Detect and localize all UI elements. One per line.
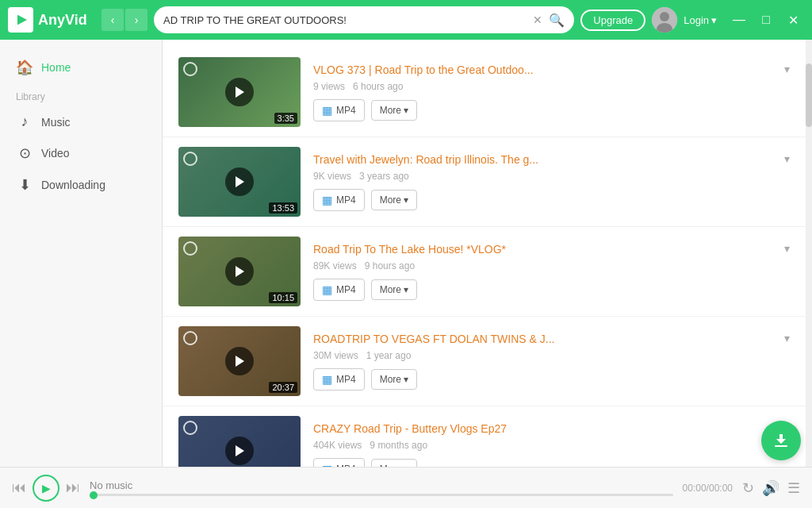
video-title: VLOG 373 | Road Trip to the Great Outdoo… — [313, 63, 778, 77]
sidebar-item-downloading[interactable]: ⬇ Downloading — [0, 169, 162, 201]
sidebar: 🏠 Home Library ♪ Music ⊙ Video ⬇ Downloa… — [0, 40, 163, 467]
mp4-icon: ▦ — [322, 373, 332, 386]
play-overlay-button[interactable] — [225, 437, 254, 465]
play-overlay-button[interactable] — [225, 78, 254, 106]
sidebar-item-music[interactable]: ♪ Music — [0, 106, 162, 137]
more-button[interactable]: More ▾ — [371, 190, 417, 210]
scrollbar-thumb[interactable] — [806, 64, 812, 127]
expand-button[interactable]: ▾ — [784, 152, 790, 165]
forward-button[interactable]: › — [125, 9, 147, 31]
expand-button[interactable]: ▾ — [784, 63, 790, 75]
player-right-controls: ↻ 🔊 ☰ — [742, 479, 800, 497]
video-title: Road Trip To The Lake House! *VLOG* — [313, 242, 778, 256]
video-info: Road Trip To The Lake House! *VLOG* ▾ 89… — [313, 242, 790, 301]
video-item: ... CRAZY Road Trip - Buttery Vlogs Ep27… — [163, 406, 806, 467]
svg-point-3 — [660, 12, 669, 21]
select-circle[interactable] — [183, 152, 197, 166]
video-info: Travel with Jewelyn: Road trip Illinois.… — [313, 152, 790, 211]
mp4-button[interactable]: ▦ MP4 — [313, 458, 365, 467]
video-actions: ▦ MP4 More ▾ — [313, 279, 790, 301]
mp4-button[interactable]: ▦ MP4 — [313, 189, 365, 211]
more-button[interactable]: More ▾ — [371, 279, 417, 300]
video-thumbnail[interactable]: ... — [178, 416, 301, 467]
mp4-button[interactable]: ▦ MP4 — [313, 279, 365, 301]
download-fab-button[interactable] — [761, 421, 801, 460]
volume-button[interactable]: 🔊 — [762, 479, 779, 497]
video-actions: ▦ MP4 More ▾ — [313, 99, 790, 121]
close-button[interactable]: ✕ — [782, 9, 804, 31]
search-text: AD TRIP TO THE GREAT OUTDOORS! — [163, 14, 527, 26]
duration-badge: 13:53 — [269, 202, 297, 214]
more-dropdown-icon: ▾ — [404, 284, 408, 295]
main-layout: 🏠 Home Library ♪ Music ⊙ Video ⬇ Downloa… — [0, 40, 812, 467]
back-button[interactable]: ‹ — [102, 9, 124, 31]
more-dropdown-icon: ▾ — [404, 105, 408, 116]
more-button[interactable]: More ▾ — [371, 369, 417, 390]
mp4-icon: ▦ — [322, 283, 332, 296]
video-title: ROADTRIP TO VEGAS FT DOLAN TWINS & J... — [313, 332, 778, 346]
video-actions: ▦ MP4 More ▾ — [313, 458, 790, 467]
play-overlay-button[interactable] — [225, 347, 254, 375]
window-controls: — □ ✕ — [728, 9, 804, 31]
sidebar-label-downloading: Downloading — [41, 179, 105, 191]
more-dropdown-icon: ▾ — [404, 374, 408, 385]
prev-button[interactable]: ⏮ — [12, 479, 26, 496]
more-button[interactable]: More ▾ — [371, 100, 417, 121]
home-icon: 🏠 — [16, 59, 33, 76]
mp4-label: MP4 — [336, 105, 356, 116]
search-clear-button[interactable]: ✕ — [533, 13, 542, 26]
more-dropdown-icon: ▾ — [404, 194, 408, 206]
minimize-button[interactable]: — — [728, 9, 750, 31]
sidebar-label-home: Home — [41, 61, 71, 74]
sidebar-item-video[interactable]: ⊙ Video — [0, 137, 162, 169]
sidebar-label-music: Music — [41, 116, 71, 129]
play-overlay-button[interactable] — [225, 257, 254, 286]
video-thumbnail[interactable]: 3:35 — [178, 57, 301, 127]
select-circle[interactable] — [183, 421, 197, 435]
upgrade-button[interactable]: Upgrade — [580, 10, 645, 31]
video-item: 13:53 Travel with Jewelyn: Road trip Ill… — [163, 137, 806, 227]
mp4-button[interactable]: ▦ MP4 — [313, 99, 365, 121]
expand-button[interactable]: ▾ — [784, 242, 790, 255]
video-item: 10:15 Road Trip To The Lake House! *VLOG… — [163, 227, 806, 317]
duration-badge: 3:35 — [274, 113, 297, 124]
video-thumbnail[interactable]: 13:53 — [178, 147, 301, 217]
logo-area: AnyVid — [8, 7, 95, 33]
login-dropdown-icon: ▾ — [711, 14, 717, 26]
search-icon[interactable]: 🔍 — [549, 13, 565, 28]
video-title-row: Travel with Jewelyn: Road trip Illinois.… — [313, 152, 790, 167]
video-title-row: VLOG 373 | Road Trip to the Great Outdoo… — [313, 63, 790, 77]
mp4-icon: ▦ — [322, 104, 332, 117]
video-item: 3:35 VLOG 373 | Road Trip to the Great O… — [163, 48, 806, 137]
select-circle[interactable] — [183, 62, 197, 76]
playlist-button[interactable]: ☰ — [787, 479, 800, 497]
sidebar-item-home[interactable]: 🏠 Home — [0, 52, 162, 83]
library-label: Library — [0, 83, 162, 106]
play-pause-button[interactable]: ▶ — [33, 475, 59, 502]
video-info: VLOG 373 | Road Trip to the Great Outdoo… — [313, 63, 790, 121]
mp4-button[interactable]: ▦ MP4 — [313, 368, 365, 391]
duration-badge: 20:37 — [269, 382, 297, 393]
more-label: More — [380, 374, 401, 385]
next-button[interactable]: ⏭ — [66, 479, 80, 496]
play-overlay-button[interactable] — [225, 167, 254, 196]
more-button[interactable]: More ▾ — [371, 459, 417, 467]
video-thumbnail[interactable]: 20:37 — [178, 326, 301, 396]
video-list: 3:35 VLOG 373 | Road Trip to the Great O… — [163, 40, 806, 467]
login-button[interactable]: Login ▾ — [684, 14, 717, 26]
music-icon: ♪ — [16, 114, 33, 130]
sidebar-label-video: Video — [41, 147, 70, 160]
expand-button[interactable]: ▾ — [784, 332, 790, 344]
select-circle[interactable] — [183, 331, 197, 345]
select-circle[interactable] — [183, 241, 197, 256]
repeat-button[interactable]: ↻ — [742, 479, 754, 497]
mp4-label: MP4 — [336, 284, 356, 295]
video-thumbnail[interactable]: 10:15 — [178, 237, 301, 306]
video-meta: 9K views 3 years ago — [313, 171, 790, 182]
progress-bar[interactable] — [90, 494, 673, 496]
mp4-label: MP4 — [336, 194, 356, 206]
scrollbar-track[interactable] — [806, 40, 812, 467]
video-title-row: CRAZY Road Trip - Buttery Vlogs Ep27 ▾ — [313, 421, 790, 436]
maximize-button[interactable]: □ — [755, 9, 777, 31]
app-logo-icon — [8, 7, 33, 33]
